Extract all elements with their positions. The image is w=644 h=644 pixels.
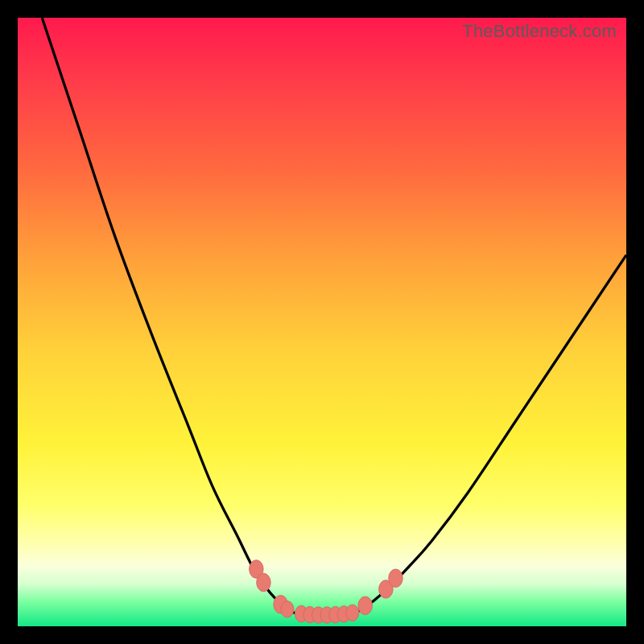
chart-plot-area: TheBottleneck.com	[18, 18, 626, 626]
chart-marker	[389, 569, 402, 587]
right-curve	[353, 255, 626, 614]
left-curve	[42, 18, 300, 614]
chart-marker	[257, 573, 270, 591]
chart-svg	[18, 18, 626, 626]
watermark-text: TheBottleneck.com	[462, 21, 617, 42]
chart-marker	[281, 601, 294, 617]
chart-markers	[250, 560, 403, 624]
chart-marker	[358, 597, 372, 614]
chart-marker	[346, 605, 359, 621]
chart-frame: TheBottleneck.com	[0, 0, 644, 644]
